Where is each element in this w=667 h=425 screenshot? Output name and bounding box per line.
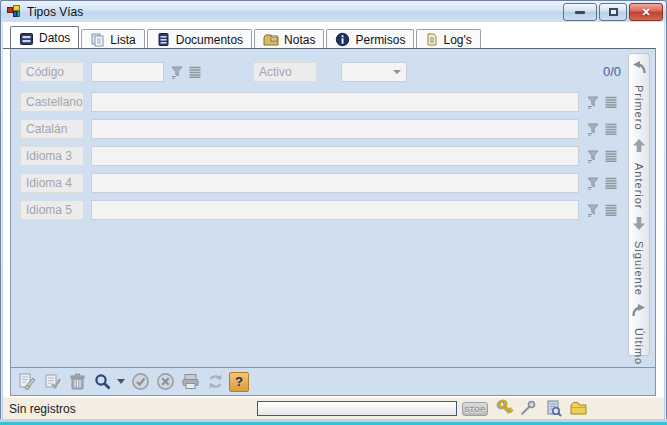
filter-icon[interactable] <box>585 175 601 191</box>
castellano-lookup-tools <box>585 94 619 110</box>
codigo-input[interactable] <box>91 62 164 82</box>
idioma3-input[interactable] <box>91 146 579 166</box>
tab-label: Documentos <box>176 33 243 47</box>
data-panel: Código Activo 0/0 Castellano Catalán <box>10 48 656 396</box>
codigo-lookup-tools <box>169 64 203 80</box>
list-icon[interactable] <box>187 64 203 80</box>
note-folder-icon <box>263 32 279 47</box>
tab-documentos[interactable]: Documentos <box>147 29 252 49</box>
edit-record-icon[interactable] <box>41 371 63 393</box>
status-message: Sin registros <box>9 402 76 416</box>
progress-bar <box>257 401 457 416</box>
idioma5-input[interactable] <box>91 200 579 220</box>
tab-permisos[interactable]: Permisos <box>326 29 414 49</box>
castellano-input[interactable] <box>91 92 579 112</box>
refresh-icon[interactable] <box>204 371 226 393</box>
list-icon[interactable] <box>603 148 619 164</box>
accept-icon[interactable] <box>129 371 151 393</box>
minimize-button[interactable] <box>563 3 597 21</box>
cancel-icon[interactable] <box>154 371 176 393</box>
stop-button[interactable]: STOP <box>462 402 488 416</box>
filter-icon[interactable] <box>585 148 601 164</box>
tab-label: Log's <box>443 33 471 47</box>
notebook-icon <box>156 32 171 47</box>
tab-label: Lista <box>110 33 135 47</box>
caption-buttons: ✕ <box>563 3 663 21</box>
activo-label: Activo <box>253 62 317 82</box>
nav-first-label[interactable]: Primero <box>633 85 645 131</box>
tab-datos[interactable]: Datos <box>10 26 79 49</box>
record-nav-strip: Primero Anterior Siguiente Último <box>628 53 650 356</box>
castellano-label: Castellano <box>20 92 84 112</box>
catalan-label: Catalán <box>20 119 84 139</box>
filter-icon[interactable] <box>585 121 601 137</box>
window-title: Tipos Vías <box>27 5 83 19</box>
idioma5-label: Idioma 5 <box>20 200 84 220</box>
list-icon[interactable] <box>603 175 619 191</box>
filter-icon[interactable] <box>585 94 601 110</box>
list-icon[interactable] <box>603 202 619 218</box>
idioma4-lookup-tools <box>585 175 619 191</box>
catalan-lookup-tools <box>585 121 619 137</box>
idioma3-lookup-tools <box>585 148 619 164</box>
nav-next-label[interactable]: Siguiente <box>633 241 645 296</box>
client-area: Datos Lista Documentos Notas Permisos Lo… <box>3 22 664 419</box>
restore-icon <box>609 8 618 16</box>
tab-label: Datos <box>39 31 70 45</box>
notepad-icon <box>425 32 438 47</box>
next-record-icon[interactable] <box>632 216 646 234</box>
pin-key-icon[interactable] <box>518 399 537 418</box>
last-record-icon[interactable] <box>631 303 647 321</box>
record-toolbar: ? <box>11 367 655 395</box>
application-window: Tipos Vías ✕ Datos Lista Documentos N <box>0 0 667 425</box>
tab-notas[interactable]: Notas <box>254 29 324 49</box>
idioma5-lookup-tools <box>585 202 619 218</box>
catalan-input[interactable] <box>91 119 579 139</box>
chevron-down-icon <box>393 70 401 74</box>
tab-lista[interactable]: Lista <box>81 29 144 49</box>
list-icon[interactable] <box>603 121 619 137</box>
folder-icon[interactable] <box>569 399 588 418</box>
activo-dropdown[interactable] <box>341 62 407 82</box>
tab-label: Notas <box>284 33 315 47</box>
idioma4-input[interactable] <box>91 173 579 193</box>
new-record-icon[interactable] <box>16 371 38 393</box>
info-icon <box>335 32 350 47</box>
keys-icon[interactable] <box>495 399 514 418</box>
idioma3-label: Idioma 3 <box>20 146 84 166</box>
print-icon[interactable] <box>179 371 201 393</box>
close-button[interactable]: ✕ <box>629 3 663 21</box>
tab-logs[interactable]: Log's <box>416 29 480 49</box>
app-icon <box>7 5 21 18</box>
nav-previous-label[interactable]: Anterior <box>633 163 645 210</box>
minimize-icon <box>575 11 585 14</box>
first-record-icon[interactable] <box>631 60 647 78</box>
maximize-button[interactable] <box>599 3 627 21</box>
filter-icon[interactable] <box>585 202 601 218</box>
search-dropdown-icon[interactable] <box>116 371 126 393</box>
search-icon[interactable] <box>91 371 113 393</box>
idioma4-label: Idioma 4 <box>20 173 84 193</box>
status-bar: Sin registros STOP <box>3 397 664 419</box>
tab-strip: Datos Lista Documentos Notas Permisos Lo… <box>10 26 481 49</box>
help-icon[interactable]: ? <box>229 372 249 392</box>
list-icon[interactable] <box>603 94 619 110</box>
codigo-label: Código <box>20 62 84 82</box>
tab-label: Permisos <box>355 33 405 47</box>
previous-record-icon[interactable] <box>632 138 646 156</box>
delete-icon[interactable] <box>66 371 88 393</box>
view-document-icon[interactable] <box>544 399 563 418</box>
card-file-icon <box>19 31 34 46</box>
record-counter: 0/0 <box>603 64 621 79</box>
nav-last-label[interactable]: Último <box>633 328 645 365</box>
pages-icon <box>90 32 105 47</box>
filter-icon[interactable] <box>169 64 185 80</box>
